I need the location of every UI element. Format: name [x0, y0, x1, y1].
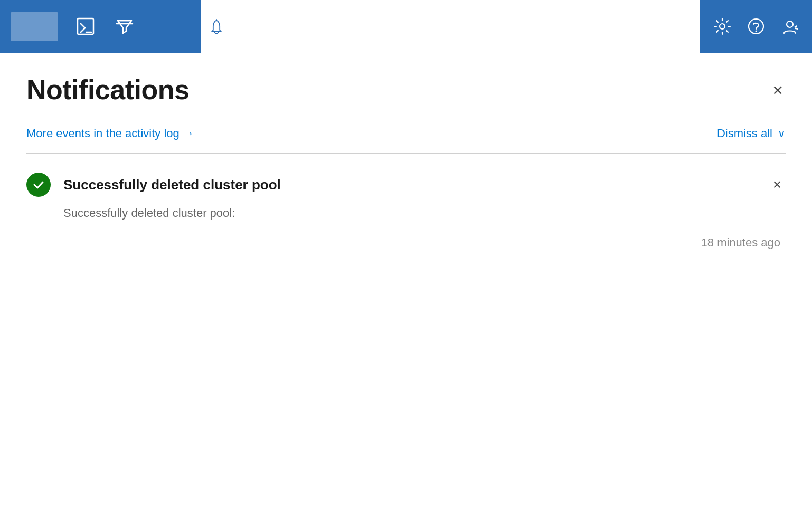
- close-notifications-button[interactable]: ×: [770, 78, 786, 101]
- bottom-divider: [26, 269, 786, 269]
- notification-item-header: Successfully deleted cluster pool ×: [26, 173, 786, 197]
- notification-body: Successfully deleted cluster pool:: [26, 206, 786, 220]
- notification-item-left: Successfully deleted cluster pool: [26, 173, 281, 197]
- dismiss-chevron-icon: ∨: [778, 127, 786, 140]
- notifications-bell-button[interactable]: [201, 0, 232, 53]
- topbar: [0, 0, 812, 53]
- notification-title: Successfully deleted cluster pool: [63, 177, 281, 193]
- svg-point-7: [756, 31, 757, 32]
- settings-icon[interactable]: [711, 15, 734, 38]
- topbar-middle-section: [201, 0, 232, 53]
- notifications-header: Notifications ×: [26, 74, 786, 106]
- notifications-panel: Notifications × More events in the activ…: [0, 53, 812, 269]
- notifications-title: Notifications: [26, 74, 189, 106]
- notification-item: Successfully deleted cluster pool × Succ…: [26, 154, 786, 269]
- filter-icon[interactable]: [113, 15, 136, 38]
- success-status-icon: [26, 173, 51, 197]
- svg-point-8: [787, 21, 793, 27]
- terminal-icon[interactable]: [74, 15, 97, 38]
- help-icon[interactable]: [744, 15, 768, 38]
- activity-log-link[interactable]: More events in the activity log →: [26, 127, 194, 140]
- svg-point-5: [720, 24, 725, 29]
- notification-timestamp: 18 minutes ago: [26, 236, 786, 250]
- topbar-left-section: [0, 0, 201, 53]
- app-logo: [11, 12, 58, 41]
- user-feedback-icon[interactable]: [778, 15, 801, 38]
- dismiss-all-label: Dismiss all: [717, 127, 772, 140]
- notifications-actions: More events in the activity log → Dismis…: [26, 127, 786, 140]
- dismiss-notification-button[interactable]: ×: [769, 175, 786, 194]
- topbar-right-section: [700, 0, 812, 53]
- dismiss-all-button[interactable]: Dismiss all ∨: [717, 127, 786, 140]
